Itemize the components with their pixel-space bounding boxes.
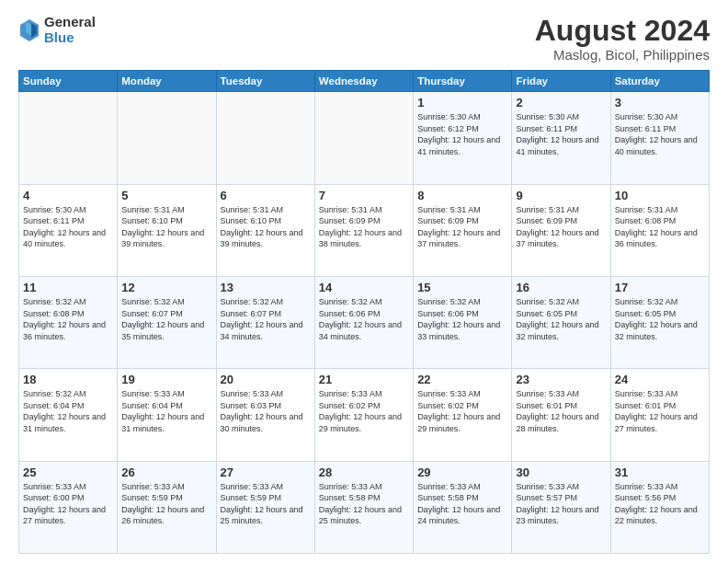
- day-info: Sunrise: 5:32 AMSunset: 6:05 PMDaylight:…: [516, 297, 598, 341]
- day-number: 6: [221, 189, 311, 202]
- day-number: 5: [121, 189, 211, 202]
- calendar-week-row: 18 Sunrise: 5:32 AMSunset: 6:04 PMDaylig…: [19, 369, 710, 461]
- table-row: 15 Sunrise: 5:32 AMSunset: 6:06 PMDaylig…: [414, 276, 512, 368]
- calendar-page: General Blue August 2024 Maslog, Bicol, …: [0, 0, 728, 563]
- table-row: 26 Sunrise: 5:33 AMSunset: 5:59 PMDaylig…: [118, 461, 216, 553]
- table-row: [314, 92, 413, 184]
- logo-blue-label: Blue: [44, 30, 96, 46]
- day-number: 3: [615, 96, 705, 109]
- table-row: 23 Sunrise: 5:33 AMSunset: 6:01 PMDaylig…: [512, 369, 610, 461]
- logo-text: General Blue: [44, 15, 96, 45]
- calendar-week-row: 11 Sunrise: 5:32 AMSunset: 6:08 PMDaylig…: [19, 276, 710, 368]
- table-row: 25 Sunrise: 5:33 AMSunset: 6:00 PMDaylig…: [19, 461, 118, 553]
- table-row: 7 Sunrise: 5:31 AMSunset: 6:09 PMDayligh…: [314, 184, 413, 276]
- day-info: Sunrise: 5:32 AMSunset: 6:07 PMDaylight:…: [221, 297, 303, 341]
- day-info: Sunrise: 5:30 AMSunset: 6:11 PMDaylight:…: [23, 205, 106, 249]
- day-info: Sunrise: 5:33 AMSunset: 6:03 PMDaylight:…: [221, 389, 303, 433]
- day-number: 19: [121, 373, 211, 386]
- day-info: Sunrise: 5:33 AMSunset: 6:01 PMDaylight:…: [516, 389, 598, 433]
- day-number: 7: [319, 189, 409, 202]
- weekday-header-row: Sunday Monday Tuesday Wednesday Thursday…: [19, 71, 710, 92]
- day-info: Sunrise: 5:33 AMSunset: 6:04 PMDaylight:…: [121, 389, 204, 433]
- day-info: Sunrise: 5:31 AMSunset: 6:10 PMDaylight:…: [121, 205, 204, 249]
- table-row: 13 Sunrise: 5:32 AMSunset: 6:07 PMDaylig…: [216, 276, 314, 368]
- calendar-table: Sunday Monday Tuesday Wednesday Thursday…: [18, 70, 710, 554]
- table-row: 29 Sunrise: 5:33 AMSunset: 5:58 PMDaylig…: [414, 461, 512, 553]
- day-info: Sunrise: 5:32 AMSunset: 6:06 PMDaylight:…: [417, 297, 500, 341]
- table-row: 19 Sunrise: 5:33 AMSunset: 6:04 PMDaylig…: [118, 369, 216, 461]
- table-row: 16 Sunrise: 5:32 AMSunset: 6:05 PMDaylig…: [512, 276, 610, 368]
- title-area: August 2024 Maslog, Bicol, Philippines: [535, 15, 710, 63]
- calendar-week-row: 4 Sunrise: 5:30 AMSunset: 6:11 PMDayligh…: [19, 184, 710, 276]
- day-number: 24: [615, 373, 705, 386]
- logo-icon: [18, 17, 40, 43]
- day-number: 4: [23, 189, 113, 202]
- table-row: 9 Sunrise: 5:31 AMSunset: 6:09 PMDayligh…: [512, 184, 610, 276]
- table-row: 28 Sunrise: 5:33 AMSunset: 5:58 PMDaylig…: [314, 461, 413, 553]
- day-number: 31: [615, 465, 705, 479]
- table-row: 30 Sunrise: 5:33 AMSunset: 5:57 PMDaylig…: [512, 461, 610, 553]
- table-row: 10 Sunrise: 5:31 AMSunset: 6:08 PMDaylig…: [610, 184, 709, 276]
- day-number: 20: [221, 373, 311, 386]
- day-info: Sunrise: 5:32 AMSunset: 6:07 PMDaylight:…: [121, 297, 204, 341]
- header-tuesday: Tuesday: [216, 71, 314, 92]
- table-row: 22 Sunrise: 5:33 AMSunset: 6:02 PMDaylig…: [414, 369, 512, 461]
- calendar-body: 1 Sunrise: 5:30 AMSunset: 6:12 PMDayligh…: [19, 92, 710, 554]
- day-info: Sunrise: 5:33 AMSunset: 6:00 PMDaylight:…: [23, 482, 106, 526]
- day-info: Sunrise: 5:33 AMSunset: 6:02 PMDaylight:…: [319, 389, 402, 433]
- table-row: 3 Sunrise: 5:30 AMSunset: 6:11 PMDayligh…: [610, 92, 709, 184]
- header-friday: Friday: [512, 71, 610, 92]
- day-number: 21: [319, 373, 409, 386]
- day-number: 22: [417, 373, 507, 386]
- day-number: 29: [417, 465, 507, 479]
- table-row: [216, 92, 314, 184]
- table-row: 1 Sunrise: 5:30 AMSunset: 6:12 PMDayligh…: [414, 92, 512, 184]
- day-number: 25: [23, 465, 113, 479]
- day-number: 8: [417, 189, 507, 202]
- day-info: Sunrise: 5:32 AMSunset: 6:06 PMDaylight:…: [319, 297, 402, 341]
- logo-general-label: General: [44, 15, 96, 30]
- day-info: Sunrise: 5:33 AMSunset: 5:58 PMDaylight:…: [319, 482, 402, 526]
- calendar-subtitle: Maslog, Bicol, Philippines: [535, 47, 710, 63]
- table-row: 20 Sunrise: 5:33 AMSunset: 6:03 PMDaylig…: [216, 369, 314, 461]
- day-info: Sunrise: 5:33 AMSunset: 5:59 PMDaylight:…: [221, 482, 303, 526]
- day-info: Sunrise: 5:31 AMSunset: 6:09 PMDaylight:…: [417, 205, 500, 249]
- table-row: 27 Sunrise: 5:33 AMSunset: 5:59 PMDaylig…: [216, 461, 314, 553]
- table-row: 21 Sunrise: 5:33 AMSunset: 6:02 PMDaylig…: [314, 369, 413, 461]
- table-row: 5 Sunrise: 5:31 AMSunset: 6:10 PMDayligh…: [118, 184, 216, 276]
- day-info: Sunrise: 5:33 AMSunset: 5:57 PMDaylight:…: [516, 482, 598, 526]
- table-row: 2 Sunrise: 5:30 AMSunset: 6:11 PMDayligh…: [512, 92, 610, 184]
- day-info: Sunrise: 5:31 AMSunset: 6:08 PMDaylight:…: [615, 205, 698, 249]
- day-number: 9: [516, 189, 606, 202]
- calendar-week-row: 25 Sunrise: 5:33 AMSunset: 6:00 PMDaylig…: [19, 461, 710, 553]
- day-number: 12: [121, 281, 211, 294]
- day-number: 30: [516, 465, 606, 479]
- day-info: Sunrise: 5:30 AMSunset: 6:11 PMDaylight:…: [516, 112, 598, 156]
- table-row: 24 Sunrise: 5:33 AMSunset: 6:01 PMDaylig…: [610, 369, 709, 461]
- day-number: 14: [319, 281, 409, 294]
- table-row: 12 Sunrise: 5:32 AMSunset: 6:07 PMDaylig…: [118, 276, 216, 368]
- day-info: Sunrise: 5:31 AMSunset: 6:10 PMDaylight:…: [221, 205, 303, 249]
- header-thursday: Thursday: [414, 71, 512, 92]
- day-info: Sunrise: 5:33 AMSunset: 6:02 PMDaylight:…: [417, 389, 500, 433]
- day-info: Sunrise: 5:30 AMSunset: 6:12 PMDaylight:…: [417, 112, 500, 156]
- table-row: 11 Sunrise: 5:32 AMSunset: 6:08 PMDaylig…: [19, 276, 118, 368]
- logo: General Blue: [18, 15, 96, 45]
- table-row: 4 Sunrise: 5:30 AMSunset: 6:11 PMDayligh…: [19, 184, 118, 276]
- day-number: 23: [516, 373, 606, 386]
- table-row: 8 Sunrise: 5:31 AMSunset: 6:09 PMDayligh…: [414, 184, 512, 276]
- calendar-header: Sunday Monday Tuesday Wednesday Thursday…: [19, 71, 710, 92]
- day-number: 16: [516, 281, 606, 294]
- calendar-title: August 2024: [535, 15, 710, 47]
- day-number: 27: [221, 465, 311, 479]
- header-monday: Monday: [118, 71, 216, 92]
- table-row: 31 Sunrise: 5:33 AMSunset: 5:56 PMDaylig…: [610, 461, 709, 553]
- day-info: Sunrise: 5:33 AMSunset: 6:01 PMDaylight:…: [615, 389, 698, 433]
- day-info: Sunrise: 5:33 AMSunset: 5:58 PMDaylight:…: [417, 482, 500, 526]
- day-number: 2: [516, 96, 606, 109]
- day-info: Sunrise: 5:33 AMSunset: 5:59 PMDaylight:…: [121, 482, 204, 526]
- day-number: 26: [121, 465, 211, 479]
- header-sunday: Sunday: [19, 71, 118, 92]
- day-number: 28: [319, 465, 409, 479]
- header-wednesday: Wednesday: [314, 71, 413, 92]
